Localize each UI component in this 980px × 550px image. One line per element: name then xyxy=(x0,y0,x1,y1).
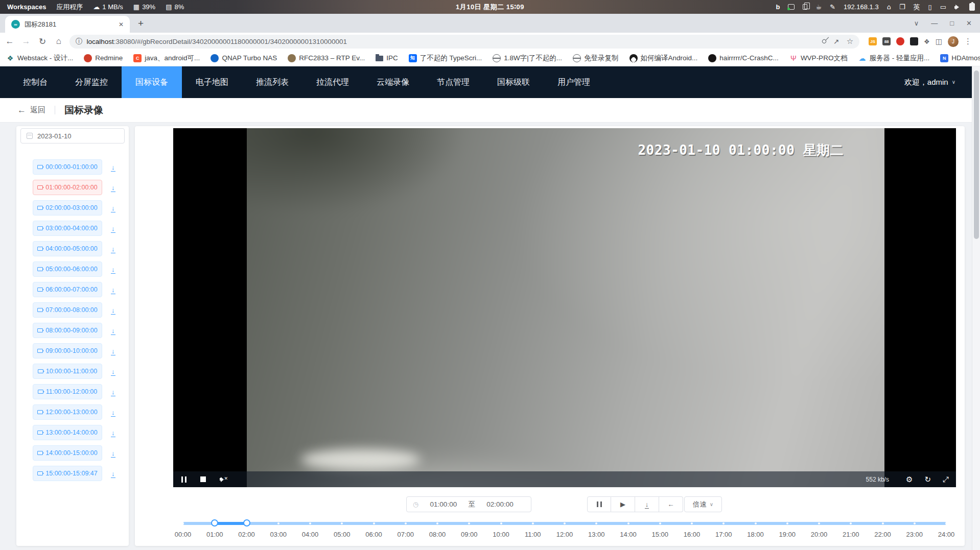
bookmark-item[interactable]: 免登录复制 xyxy=(573,54,619,63)
phone-link-icon[interactable]: ▯ xyxy=(928,3,932,11)
bookmark-item[interactable]: hairrrrr/C-CrashC... xyxy=(708,54,779,62)
share-icon[interactable]: ↗ xyxy=(833,37,839,45)
segment-download-button[interactable]: ↓ xyxy=(111,265,115,274)
memory-indicator[interactable]: ▤ 8% xyxy=(166,3,184,11)
extension-dark-icon[interactable] xyxy=(910,37,918,45)
extension-adblock-icon[interactable] xyxy=(896,37,904,45)
segment-button[interactable]: 10:00:00-11:00:00 xyxy=(33,364,102,379)
nav-item-3[interactable]: 电子地图 xyxy=(182,66,242,98)
segment-button[interactable]: 12:00:00-13:00:00 xyxy=(33,404,102,420)
nav-item-9[interactable]: 用户管理 xyxy=(544,66,604,98)
reload-button[interactable]: ↻ xyxy=(37,36,48,47)
nav-item-0[interactable]: 控制台 xyxy=(9,66,61,98)
side-panel-icon[interactable]: ◫ xyxy=(936,37,942,45)
date-picker-input[interactable]: 2023-01-10 xyxy=(20,128,125,144)
segment-button[interactable]: 15:00:00-15:09:47 xyxy=(33,466,102,481)
battery-icon[interactable] xyxy=(969,3,975,11)
segment-download-button[interactable]: ↓ xyxy=(111,203,115,212)
time-range-input[interactable]: ◷ 01:00:00 至 02:00:00 xyxy=(406,496,531,512)
segment-download-button[interactable]: ↓ xyxy=(111,224,115,233)
timeline-end-handle[interactable] xyxy=(243,519,250,527)
timeline-start-handle[interactable] xyxy=(211,519,218,527)
segment-download-button[interactable]: ↓ xyxy=(111,162,115,172)
player-pause-icon[interactable] xyxy=(181,476,186,483)
speed-dropdown-button[interactable]: 倍速 ∨ xyxy=(684,496,722,512)
timeline-slider[interactable] xyxy=(183,522,946,525)
back-link[interactable]: ← 返回 xyxy=(17,105,45,115)
segment-download-button[interactable]: ↓ xyxy=(111,469,115,478)
download-button[interactable]: ↓ xyxy=(635,496,659,512)
segment-button[interactable]: 01:00:00-02:00:00 xyxy=(33,180,102,195)
window-restore-button[interactable]: □ xyxy=(950,19,954,27)
ip-address-indicator[interactable]: 192.168.1.3 xyxy=(844,3,879,11)
bookmark-item[interactable]: 1.8W字|了不起的... xyxy=(493,54,562,63)
volume-icon[interactable] xyxy=(954,4,961,10)
nav-item-5[interactable]: 拉流代理 xyxy=(302,66,363,98)
password-key-icon[interactable] xyxy=(822,38,827,44)
extension-js-icon[interactable]: JS xyxy=(869,37,877,45)
segment-download-button[interactable]: ↓ xyxy=(111,305,115,315)
player-settings-gear-icon[interactable]: ⚙ xyxy=(906,475,913,484)
nav-item-6[interactable]: 云端录像 xyxy=(363,66,423,98)
bookmark-item[interactable]: Cjava、android可... xyxy=(133,54,200,63)
network-speed-indicator[interactable]: ☁ 1 MB/s xyxy=(93,3,123,11)
bookmark-item[interactable]: ☁服务器 - 轻量应用... xyxy=(858,54,929,63)
player-fullscreen-icon[interactable]: ⤢ xyxy=(943,475,949,484)
tab-close-icon[interactable]: ✕ xyxy=(119,21,124,28)
video-player[interactable]: 2023-01-10 01:00:00 星期二 ✕ 552 kb/s ⚙ ↻ ⤢ xyxy=(173,128,956,487)
workspace-switcher-icon[interactable]: ❐ xyxy=(899,3,905,11)
segment-button[interactable]: 02:00:00-03:00:00 xyxy=(33,200,102,216)
segment-button[interactable]: 04:00:00-05:00:00 xyxy=(33,241,102,256)
segment-button[interactable]: 09:00:00-10:00:00 xyxy=(33,343,102,358)
bookmark-star-icon[interactable]: ☆ xyxy=(847,37,853,46)
player-stop-icon[interactable] xyxy=(200,476,206,482)
bing-tray-icon[interactable]: b xyxy=(776,3,780,11)
nav-item-1[interactable]: 分屏监控 xyxy=(61,66,122,98)
input-method-indicator[interactable]: 英 xyxy=(914,3,920,12)
segment-download-button[interactable]: ↓ xyxy=(111,387,115,396)
welcome-user-menu[interactable]: 欢迎，admin ∨ xyxy=(904,66,980,98)
site-info-icon[interactable]: ⓘ xyxy=(76,37,83,46)
segment-download-button[interactable]: ↓ xyxy=(111,285,115,294)
browser-tab[interactable]: ∞ 国标28181 ✕ xyxy=(5,16,130,33)
end-time-value[interactable]: 02:00:00 xyxy=(475,500,525,508)
segment-download-button[interactable]: ↓ xyxy=(111,448,115,458)
start-time-value[interactable]: 01:00:00 xyxy=(418,500,468,508)
bookmark-item[interactable]: IPC xyxy=(376,54,398,62)
applications-button[interactable]: 应用程序 xyxy=(56,3,83,12)
bookmark-item[interactable]: ❖Webstack - 设计... xyxy=(6,54,73,63)
tab-search-icon[interactable]: ∨ xyxy=(914,19,919,27)
segment-button[interactable]: 00:00:00-01:00:00 xyxy=(33,159,102,175)
new-tab-button[interactable]: + xyxy=(138,18,144,28)
extension-88-icon[interactable]: 88 xyxy=(882,37,891,45)
bookmark-item[interactable]: Redmine xyxy=(84,54,123,62)
player-refresh-icon[interactable]: ↻ xyxy=(924,475,931,484)
cpu-indicator[interactable]: ▦ 39% xyxy=(133,3,155,11)
window-close-button[interactable]: ✕ xyxy=(966,19,972,27)
nav-item-4[interactable]: 推流列表 xyxy=(242,66,302,98)
player-mute-icon[interactable]: ✕ xyxy=(220,476,229,483)
display-tray-icon[interactable]: ▭ xyxy=(940,3,946,11)
bookmark-item[interactable]: RFC2833 – RTP Ev... xyxy=(288,54,365,62)
segment-button[interactable]: 05:00:00-06:00:00 xyxy=(33,261,102,277)
browser-menu-icon[interactable]: ⋮ xyxy=(964,37,972,46)
segment-download-button[interactable]: ↓ xyxy=(111,183,115,192)
segment-download-button[interactable]: ↓ xyxy=(111,346,115,355)
play-button[interactable]: ▶ xyxy=(611,496,635,512)
home-button[interactable]: ⌂ xyxy=(53,36,64,46)
bookmark-item[interactable]: ΨWVP-PRO文档 xyxy=(789,54,848,63)
screenshot-tray-icon[interactable] xyxy=(788,4,795,10)
back-button[interactable]: ← xyxy=(4,36,15,46)
segment-button[interactable]: 06:00:00-07:00:00 xyxy=(33,282,102,297)
seek-back-button[interactable]: ← xyxy=(659,496,683,512)
nav-item-7[interactable]: 节点管理 xyxy=(423,66,483,98)
nav-item-2[interactable]: 国标设备 xyxy=(122,66,182,98)
segment-button[interactable]: 11:00:00-12:00:00 xyxy=(33,384,102,399)
segment-button[interactable]: 13:00:00-14:00:00 xyxy=(33,425,102,440)
bookmark-item[interactable]: QNAP Turbo NAS xyxy=(211,54,277,62)
bookmark-item[interactable]: 如何编译Android... xyxy=(629,54,698,63)
segment-download-button[interactable]: ↓ xyxy=(111,428,115,437)
bookmark-item[interactable]: NHDAtmos :: 种子 *... xyxy=(940,54,980,63)
segment-button[interactable]: 08:00:00-09:00:00 xyxy=(33,323,102,338)
segment-button[interactable]: 14:00:00-15:00:00 xyxy=(33,445,102,461)
